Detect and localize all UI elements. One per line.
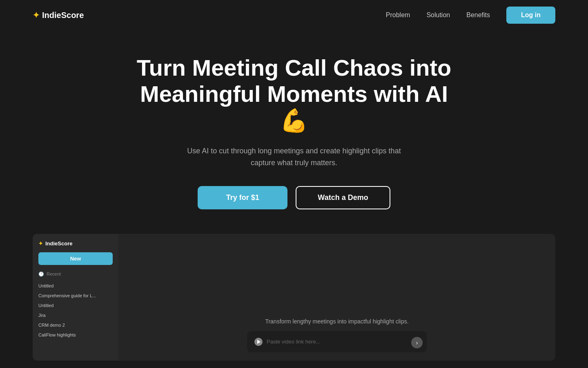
nav-link-benefits[interactable]: Benefits — [466, 11, 490, 19]
hero-buttons: Try for $1 Watch a Demo — [198, 186, 390, 209]
logo: ✦ IndieScore — [33, 10, 84, 20]
hero-title-line2: Meaningful Moments with AI 💪 — [140, 81, 448, 133]
panel-subtitle: Transform lengthy meetings into impactfu… — [265, 318, 408, 325]
play-triangle — [257, 340, 261, 344]
paste-input-placeholder[interactable]: Paste video link here... — [267, 339, 419, 345]
logo-star-icon: ✦ — [33, 10, 40, 20]
sidebar-item-califlow[interactable]: CaliFlow highlights — [33, 330, 118, 340]
nav-link-solution[interactable]: Solution — [426, 11, 450, 19]
navbar: ✦ IndieScore Problem Solution Benefits L… — [0, 0, 588, 30]
clock-icon: 🕐 — [38, 272, 44, 277]
hero-subtitle: Use AI to cut through long meetings and … — [180, 145, 408, 169]
demo-button[interactable]: Watch a Demo — [296, 186, 390, 209]
sidebar-new-button[interactable]: New — [38, 252, 113, 265]
sidebar-item-untitled-1[interactable]: Untitled — [33, 281, 118, 291]
sidebar-item-jira[interactable]: Jira — [33, 310, 118, 320]
hero-title: Turn Meeting Call Chaos into Meaningful … — [135, 55, 453, 134]
play-icon — [254, 338, 263, 346]
logo-text: IndieScore — [42, 11, 84, 20]
sidebar-item-comprehensive[interactable]: Comprehensive guide for L... — [33, 291, 118, 301]
right-panel-mockup: Transform lengthy meetings into impactfu… — [118, 234, 555, 361]
sidebar-logo-star-icon: ✦ — [38, 240, 43, 247]
arrow-right-icon: › — [416, 339, 418, 346]
sidebar-logo: ✦ IndieScore — [33, 240, 118, 252]
sidebar-mockup: ✦ IndieScore New 🕐 Recent Untitled Compr… — [33, 234, 118, 361]
paste-input-area: Paste video link here... › — [247, 331, 427, 352]
sidebar-logo-text: IndieScore — [45, 240, 72, 247]
sidebar-recent-label: 🕐 Recent — [33, 272, 118, 281]
try-button[interactable]: Try for $1 — [198, 186, 287, 209]
preview-section: ✦ IndieScore New 🕐 Recent Untitled Compr… — [0, 226, 588, 361]
hero-title-line1: Turn Meeting Call Chaos into — [137, 55, 452, 81]
sidebar-item-untitled-2[interactable]: Untitled — [33, 301, 118, 310]
nav-links: Problem Solution Benefits Log in — [386, 7, 555, 24]
login-button[interactable]: Log in — [506, 7, 555, 24]
nav-link-problem[interactable]: Problem — [386, 11, 410, 19]
sidebar-item-crm[interactable]: CRM demo 2 — [33, 320, 118, 330]
hero-section: Turn Meeting Call Chaos into Meaningful … — [0, 30, 588, 226]
submit-arrow-button[interactable]: › — [411, 337, 423, 348]
